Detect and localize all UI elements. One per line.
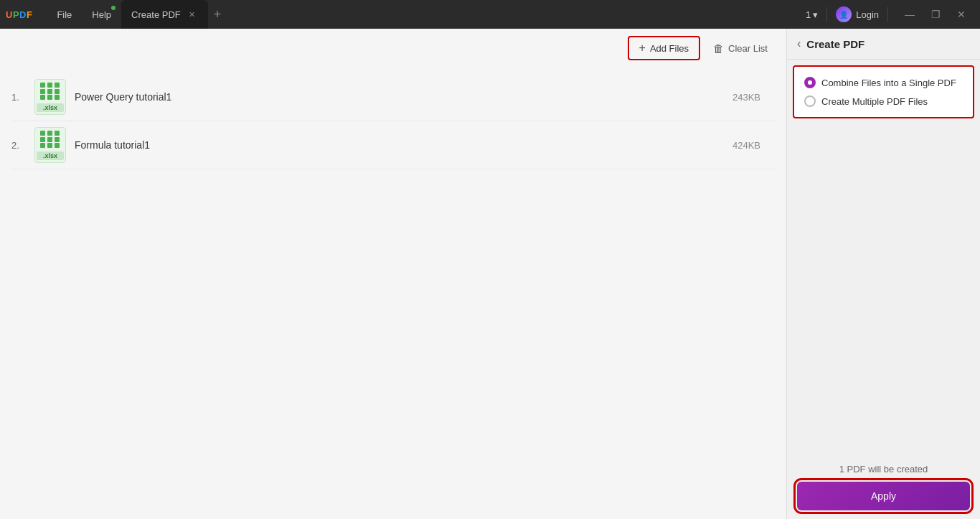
help-notification-dot xyxy=(111,6,116,10)
divider xyxy=(826,7,827,22)
clear-list-button[interactable]: 🗑 Clear List xyxy=(706,38,775,59)
file-item-1: 1. .xlsx Power Query tuto xyxy=(11,73,775,121)
option-combine[interactable]: Combine Files into a Single PDF xyxy=(804,77,963,88)
file-name-2: Formula tutorial1 xyxy=(75,139,724,151)
panel-options: Combine Files into a Single PDF Create M… xyxy=(793,65,974,118)
panel-footer: 1 PDF will be created Apply xyxy=(787,455,980,519)
file-icon-2: .xlsx xyxy=(34,127,66,163)
titlebar-right: 1 ▾ 👤 Login — ❐ ✕ xyxy=(806,4,974,24)
file-icon-1: .xlsx xyxy=(34,79,66,115)
toolbar: + Add Files 🗑 Clear List xyxy=(0,29,786,67)
add-files-button[interactable]: + Add Files xyxy=(628,36,701,60)
file-number-1: 1. xyxy=(11,92,26,103)
apply-button[interactable]: Apply xyxy=(797,482,970,510)
option-multiple[interactable]: Create Multiple PDF Files xyxy=(804,95,963,107)
panel-back-button[interactable]: ‹ xyxy=(797,37,801,50)
menu-bar: File Help xyxy=(47,0,121,29)
tab-close-button[interactable]: ✕ xyxy=(187,9,198,20)
menu-file[interactable]: File xyxy=(47,0,82,29)
file-list: 1. .xlsx Power Query tuto xyxy=(0,67,786,519)
user-count: 1 ▾ xyxy=(806,9,818,20)
app-logo: UPDF xyxy=(6,9,32,20)
content-area: + Add Files 🗑 Clear List 1. xyxy=(0,29,786,519)
radio-multiple[interactable] xyxy=(804,95,816,107)
login-button[interactable]: 👤 Login xyxy=(836,6,879,22)
panel-header: ‹ Create PDF xyxy=(787,29,980,60)
logo-p: P xyxy=(13,9,19,20)
trash-icon: 🗑 xyxy=(713,42,724,55)
file-number-2: 2. xyxy=(11,140,26,151)
user-avatar: 👤 xyxy=(836,6,852,22)
option-multiple-label: Create Multiple PDF Files xyxy=(821,96,928,107)
file-item-2: 2. .xlsx Formula tutorial xyxy=(11,121,775,169)
maximize-button[interactable]: ❐ xyxy=(923,4,948,24)
panel-title: Create PDF xyxy=(806,38,864,50)
file-grid-2 xyxy=(40,131,60,148)
minimize-button[interactable]: — xyxy=(897,4,923,24)
radio-inner-combine xyxy=(808,80,812,85)
main-layout: + Add Files 🗑 Clear List 1. xyxy=(0,29,980,519)
close-button[interactable]: ✕ xyxy=(948,4,974,24)
file-grid-1 xyxy=(40,83,60,100)
tab-area: Create PDF ✕ + xyxy=(121,0,806,29)
divider2 xyxy=(887,7,888,22)
window-controls: — ❐ ✕ xyxy=(897,4,974,24)
radio-combine[interactable] xyxy=(804,77,816,88)
file-ext-1: .xlsx xyxy=(37,103,64,112)
option-combine-label: Combine Files into a Single PDF xyxy=(821,78,956,88)
menu-help[interactable]: Help xyxy=(82,0,121,29)
file-ext-2: .xlsx xyxy=(37,151,64,160)
plus-icon: + xyxy=(639,42,646,55)
file-size-1: 243KB xyxy=(732,92,760,103)
logo-f: F xyxy=(27,9,32,20)
file-size-2: 424KB xyxy=(732,140,760,151)
new-tab-button[interactable]: + xyxy=(208,0,227,29)
logo-d: D xyxy=(19,9,27,20)
titlebar: UPDF File Help Create PDF ✕ + 1 ▾ 👤 Logi… xyxy=(0,0,980,29)
pdf-count-text: 1 PDF will be created xyxy=(797,464,970,474)
tab-create-pdf[interactable]: Create PDF ✕ xyxy=(121,0,208,29)
right-panel: ‹ Create PDF Combine Files into a Single… xyxy=(786,29,980,519)
logo-u: U xyxy=(6,9,13,20)
file-name-1: Power Query tutorial1 xyxy=(75,91,724,103)
